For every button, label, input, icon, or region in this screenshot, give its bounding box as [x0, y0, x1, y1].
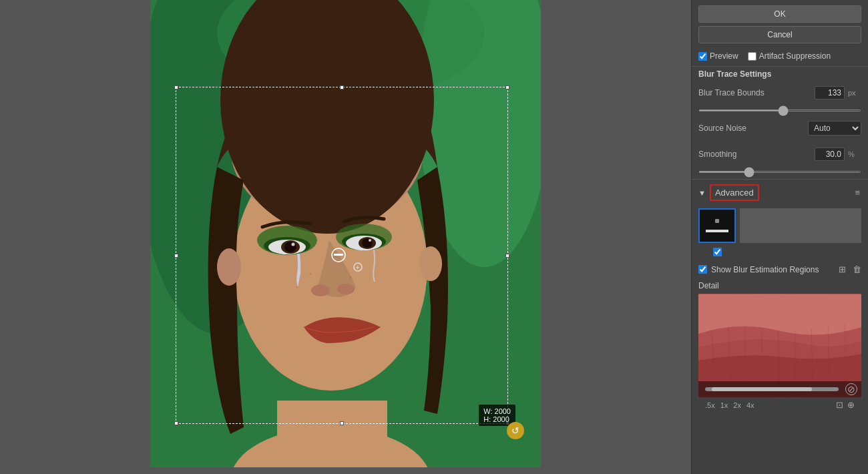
canvas-area[interactable]: + W: 2000 H: 2000 — [0, 0, 691, 474]
zoom-levels: .5x 1x 2x 4x — [705, 401, 754, 409]
svg-rect-26 — [334, 254, 343, 256]
right-panel: OK Cancel Preview Artifact Suppression B… — [691, 0, 868, 474]
thumb-checkbox[interactable] — [713, 248, 722, 256]
sliders-icon[interactable]: ≡ — [853, 186, 861, 199]
bounds-unit: px — [848, 89, 861, 97]
dimension-width: W: 2000 — [483, 407, 511, 415]
svg-text:+: + — [356, 264, 359, 271]
checkboxes-row: Preview Artifact Suppression — [692, 47, 868, 66]
smoothing-label: Smoothing — [698, 150, 736, 159]
thumb-right-area — [740, 208, 861, 243]
advanced-section: ▼ Advanced ≡ — [692, 179, 868, 278]
svg-point-23 — [311, 284, 330, 296]
smoothing-value-group: % — [815, 148, 861, 161]
preview-label: Preview — [710, 51, 738, 61]
thumbnail-area — [692, 206, 868, 260]
advanced-header-left: ▼ Advanced — [698, 184, 759, 201]
artifact-checkbox-item[interactable]: Artifact Suppression — [748, 51, 831, 61]
zoom-2x[interactable]: 2x — [733, 401, 741, 409]
cancel-button[interactable]: Cancel — [698, 26, 861, 43]
blur-trace-bounds-row: Blur Trace Bounds px — [692, 83, 868, 103]
bounds-input[interactable] — [815, 86, 845, 99]
thumb-wrapper — [698, 208, 736, 256]
add-region-icon[interactable]: ⊞ — [839, 264, 846, 274]
bounds-slider-container — [692, 103, 868, 117]
dimension-tooltip: W: 2000 H: 2000 — [479, 405, 515, 426]
face-illustration: + — [150, 0, 541, 467]
svg-point-21 — [292, 243, 295, 246]
thumb-inner — [700, 210, 734, 242]
artifact-label: Artifact Suppression — [759, 51, 831, 61]
detail-preview — [698, 294, 861, 397]
bounds-label: Blur Trace Bounds — [698, 88, 765, 97]
blur-trace-settings-header: Blur Trace Settings — [692, 66, 868, 83]
zoom-4x[interactable]: 4x — [746, 401, 754, 409]
smoothing-input[interactable] — [815, 148, 845, 161]
rotation-handle[interactable]: ↺ — [507, 422, 524, 439]
detail-no-icon — [845, 383, 857, 395]
delete-region-icon[interactable]: 🗑 — [853, 264, 861, 274]
thumb-frame[interactable] — [698, 208, 736, 243]
source-noise-row: Source Noise Auto Low Medium High — [692, 117, 868, 139]
svg-point-19 — [284, 242, 296, 252]
advanced-title: Advanced — [715, 188, 754, 198]
svg-point-30 — [350, 276, 352, 278]
smoothing-unit: % — [848, 150, 861, 158]
svg-point-32 — [296, 286, 298, 288]
smoothing-row: Smoothing % — [692, 144, 868, 164]
zoom-0.5x[interactable]: .5x — [705, 401, 715, 409]
thumb-bar — [706, 230, 728, 232]
preview-checkbox-item[interactable]: Preview — [698, 51, 738, 61]
svg-point-22 — [369, 239, 371, 242]
zoom-in-icon[interactable]: ⊕ — [847, 400, 855, 410]
detail-scrollbar-thumb — [712, 387, 812, 391]
show-blur-label: Show Blur Estimation Regions — [711, 265, 835, 274]
source-noise-select[interactable]: Auto Low Medium High — [808, 121, 861, 136]
preview-checkbox[interactable] — [698, 52, 707, 61]
svg-rect-5 — [277, 401, 387, 467]
svg-point-24 — [337, 284, 355, 294]
detail-scrollbar[interactable] — [705, 387, 839, 391]
triangle-down-icon: ▼ — [698, 189, 706, 197]
show-blur-checkbox[interactable] — [698, 265, 707, 274]
smoothing-slider[interactable] — [698, 171, 861, 173]
detail-label: Detail — [698, 281, 861, 290]
svg-point-29 — [310, 273, 312, 275]
advanced-icons: ≡ — [853, 186, 861, 199]
zoom-fit-icon[interactable]: ⊡ — [836, 400, 843, 410]
smoothing-slider-container — [692, 164, 868, 179]
panel-buttons: OK Cancel — [692, 0, 868, 47]
svg-point-9 — [217, 248, 241, 286]
artifact-checkbox[interactable] — [748, 52, 756, 61]
thumb-dot — [715, 219, 719, 223]
detail-overlay — [698, 381, 861, 397]
dimension-height: H: 2000 — [483, 415, 511, 423]
zoom-1x[interactable]: 1x — [720, 401, 728, 409]
photo-container: + W: 2000 H: 2000 — [150, 0, 541, 467]
svg-point-10 — [419, 246, 442, 281]
bounds-value-group: px — [815, 86, 861, 99]
bounds-slider[interactable] — [698, 109, 861, 111]
zoom-icons: ⊡ ⊕ — [836, 400, 855, 410]
advanced-header[interactable]: ▼ Advanced ≡ — [692, 180, 868, 206]
show-blur-row: Show Blur Estimation Regions ⊞ 🗑 — [692, 260, 868, 278]
ok-button[interactable]: OK — [698, 5, 861, 23]
detail-section: Detail — [692, 278, 868, 417]
advanced-title-box: Advanced — [710, 184, 759, 201]
source-noise-label: Source Noise — [698, 124, 746, 133]
zoom-row: .5x 1x 2x 4x ⊡ ⊕ — [698, 397, 861, 413]
svg-point-31 — [337, 270, 338, 271]
